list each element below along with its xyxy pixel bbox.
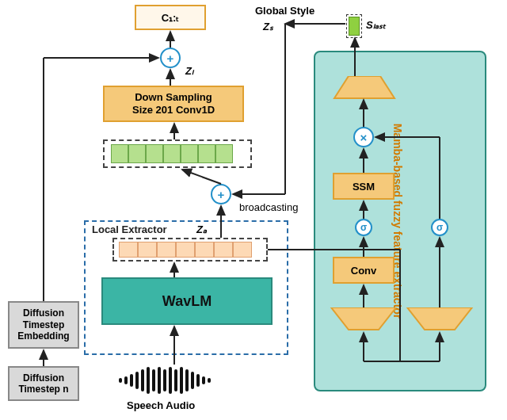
diffusion-embed-block: Diffusion Timestep Embedding <box>8 301 79 349</box>
ssm-block: SSM <box>333 173 395 200</box>
conv-block: Conv <box>333 257 395 284</box>
op-mul: × <box>353 127 374 147</box>
svg-marker-1 <box>331 307 396 330</box>
output-c1t-label: C₁:ₜ <box>162 12 180 24</box>
mamba-panel: Mamba-based fuzzy feature extractor <box>314 51 486 391</box>
proj-in-left-trapezoid <box>330 307 398 331</box>
za-label: Zₐ <box>196 223 207 235</box>
diagram-stage: Mamba-based fuzzy feature extractor C₁:ₜ… <box>0 0 507 420</box>
broadcasting-label: broadcasting <box>239 201 298 213</box>
svg-line-6 <box>182 170 221 184</box>
zs-label: Zₛ <box>263 21 273 32</box>
diffusion-n-block: Diffusion Timestep n <box>8 366 79 401</box>
svg-marker-2 <box>407 307 472 330</box>
svg-marker-0 <box>334 76 395 98</box>
output-c1t: C₁:ₜ <box>135 5 206 30</box>
green-seq <box>111 144 233 163</box>
sigma-icon-l: σ <box>360 222 367 233</box>
times-icon: × <box>360 131 368 144</box>
global-style-label: Global Style <box>255 5 314 17</box>
op-add-broadcast: + <box>211 184 231 204</box>
proj-in-right-trapezoid <box>406 307 474 331</box>
mamba-title: Mamba-based fuzzy feature extractor <box>392 124 405 319</box>
diffusion-n-label: Diffusion Timestep n <box>18 372 68 395</box>
op-sigma-right: σ <box>431 219 448 236</box>
diffusion-embed-label: Diffusion Timestep Embedding <box>17 307 69 342</box>
wavlm-label: WavLM <box>162 293 212 310</box>
local-extractor-title: Local Extractor <box>92 223 167 235</box>
waveform-icon <box>119 366 211 395</box>
ssm-label: SSM <box>353 181 375 193</box>
zl-label: Zₗ <box>185 65 193 77</box>
op-sigma-left: σ <box>355 219 372 236</box>
plus-icon: + <box>167 52 174 65</box>
op-add-top: + <box>160 48 181 68</box>
downsample-label: Down Sampling Size 201 Conv1D <box>132 91 215 116</box>
proj-out-trapezoid <box>333 76 396 100</box>
conv-label: Conv <box>351 265 377 277</box>
plus-icon-2: + <box>218 188 225 201</box>
za-seq <box>119 242 252 258</box>
wavlm-block: WavLM <box>101 277 273 325</box>
slast-label: Sₗₐₛₜ <box>366 19 386 31</box>
sigma-icon-r: σ <box>436 222 443 233</box>
speech-audio-label: Speech Audio <box>127 399 195 411</box>
slast-block <box>346 14 362 38</box>
downsample-block: Down Sampling Size 201 Conv1D <box>103 86 244 122</box>
